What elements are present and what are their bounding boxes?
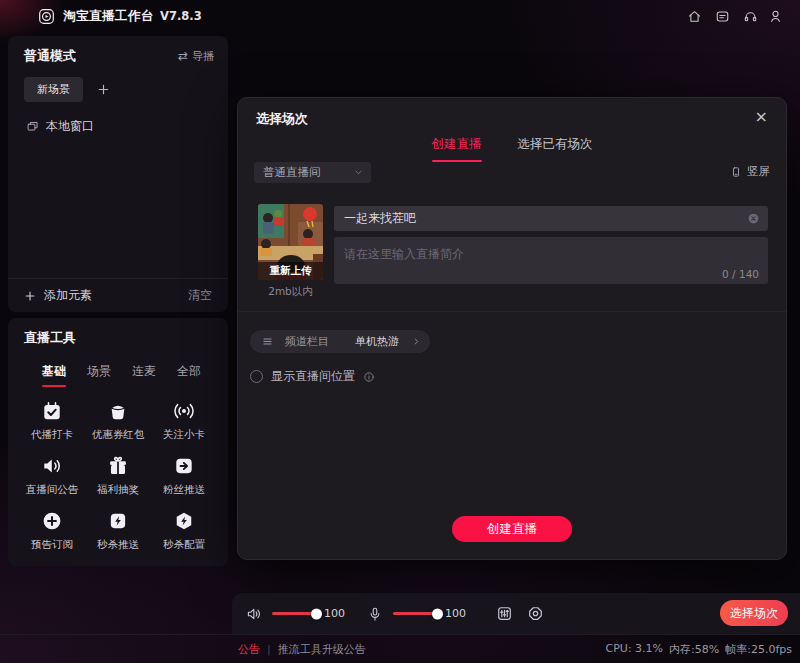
gear-icon[interactable]	[527, 605, 544, 622]
slider-thumb[interactable]	[432, 608, 443, 619]
room-type-select[interactable]: 普通直播间	[254, 162, 371, 183]
plus-icon	[24, 290, 36, 302]
tools-panel: 直播工具 基础 场景 连麦 全部 代播打卡 优惠券	[8, 318, 228, 566]
tool-item[interactable]: 直播间公告	[19, 455, 85, 497]
window-icon	[26, 120, 39, 133]
select-session-button[interactable]: 选择场次	[720, 600, 788, 626]
notice-badge[interactable]: 公告	[238, 642, 260, 657]
mic-volume-value: 100	[445, 607, 466, 620]
chevron-down-icon	[353, 167, 364, 178]
scene-tabs-row: 新场景	[24, 77, 228, 102]
tools-grid: 代播打卡 优惠券红包 关注小卡 直播间公告	[8, 400, 228, 552]
user-icon[interactable]	[771, 9, 786, 24]
titlebar-actions	[687, 9, 786, 24]
category-select[interactable]: 频道栏目 单机热游	[250, 330, 430, 353]
director-label: 导播	[192, 49, 214, 64]
tool-label: 福利抽奖	[97, 483, 139, 497]
tools-tab[interactable]: 全部	[177, 363, 201, 387]
microphone-icon[interactable]	[367, 606, 383, 622]
tools-tab[interactable]: 场景	[87, 363, 111, 387]
add-element-button[interactable]: 添加元素	[24, 287, 92, 304]
source-label: 本地窗口	[46, 118, 94, 135]
clear-input-icon[interactable]	[747, 212, 760, 225]
audio-tools	[496, 605, 544, 622]
scene-tab-new[interactable]: 新场景	[24, 77, 83, 102]
tools-title: 直播工具	[24, 329, 76, 347]
char-counter: 0 / 140	[722, 268, 759, 280]
source-item-local-window[interactable]: 本地窗口	[26, 118, 228, 135]
chevron-right-icon	[411, 336, 422, 347]
location-label: 显示直播间位置	[271, 368, 355, 385]
create-live-button[interactable]: 创建直播	[452, 516, 572, 542]
tool-item[interactable]: 秒杀配置	[151, 510, 217, 552]
tab-existing-session[interactable]: 选择已有场次	[518, 136, 593, 162]
portrait-screen-icon	[730, 166, 742, 178]
category-value: 单机热游	[355, 334, 399, 349]
tool-label: 关注小卡	[163, 428, 205, 442]
clear-button[interactable]: 清空	[188, 287, 212, 304]
location-option-row: 显示直播间位置	[250, 368, 375, 385]
coupon-icon	[107, 400, 129, 422]
tools-tabs: 基础 场景 连麦 全部	[8, 347, 228, 387]
location-checkbox[interactable]	[250, 370, 263, 383]
slider-thumb[interactable]	[311, 608, 322, 619]
app-title: 淘宝直播工作台	[63, 8, 154, 25]
tool-item[interactable]: 关注小卡	[151, 400, 217, 442]
gift-icon	[107, 455, 129, 477]
scene-panel-header: 普通模式 ⇄ 导播	[8, 36, 228, 65]
tab-create-live[interactable]: 创建直播	[432, 136, 482, 162]
speaker-volume-slider[interactable]	[272, 612, 320, 615]
home-icon[interactable]	[687, 9, 702, 24]
scene-panel-footer: 添加元素 清空	[8, 278, 228, 312]
live-title-input[interactable]: 一起来找茬吧	[334, 206, 768, 231]
close-icon[interactable]: ×	[751, 105, 772, 129]
orientation-toggle[interactable]: 竖屏	[730, 164, 770, 179]
tool-item[interactable]: 预告订阅	[19, 510, 85, 552]
tool-label: 优惠券红包	[92, 428, 145, 442]
modal-title: 选择场次	[256, 110, 308, 128]
notice-separator: |	[267, 643, 271, 656]
tool-label: 秒杀配置	[163, 538, 205, 552]
select-session-modal: 选择场次 × 创建直播 选择已有场次 普通直播间 竖屏	[237, 97, 787, 560]
info-icon[interactable]	[363, 371, 375, 383]
tool-item[interactable]: 代播打卡	[19, 400, 85, 442]
mixer-icon[interactable]	[496, 605, 513, 622]
add-scene-icon[interactable]	[97, 83, 110, 96]
tools-tab[interactable]: 基础	[42, 363, 66, 387]
message-icon[interactable]	[715, 9, 730, 24]
category-channel-label: 频道栏目	[285, 334, 329, 349]
room-type-value: 普通直播间	[263, 165, 321, 180]
scene-panel: 普通模式 ⇄ 导播 新场景 本地窗口 添加元素 清空	[8, 36, 228, 312]
control-bar: 100 100 选择场次	[232, 593, 800, 634]
speaker-icon[interactable]	[246, 606, 262, 622]
notice-text[interactable]: 推流工具升级公告	[278, 642, 366, 657]
desc-placeholder: 请在这里输入直播简介	[344, 247, 464, 261]
arrow-send-icon	[173, 455, 195, 477]
plus-circle-icon	[41, 510, 63, 532]
tool-item[interactable]: 粉丝推送	[151, 455, 217, 497]
memory-stat: 内存:58%	[669, 642, 719, 657]
swap-icon: ⇄	[178, 49, 188, 63]
tool-label: 秒杀推送	[97, 538, 139, 552]
mode-title: 普通模式	[24, 47, 76, 65]
reupload-label[interactable]: 重新上传	[258, 262, 323, 280]
modal-tabs: 创建直播 选择已有场次	[238, 136, 786, 162]
fps-stat: 帧率:25.0fps	[725, 642, 792, 657]
speaker-fill-icon	[41, 455, 63, 477]
cpu-stat: CPU: 3.1%	[606, 642, 664, 657]
orientation-label: 竖屏	[747, 164, 770, 179]
calendar-check-icon	[41, 400, 63, 422]
mic-volume-slider[interactable]	[393, 612, 441, 615]
tool-item[interactable]: 福利抽奖	[85, 455, 151, 497]
modal-divider	[238, 311, 786, 312]
app-logo-icon	[38, 8, 55, 25]
tool-item[interactable]: 优惠券红包	[85, 400, 151, 442]
director-mode-toggle[interactable]: ⇄ 导播	[178, 49, 214, 64]
tools-tab[interactable]: 连麦	[132, 363, 156, 387]
headset-icon[interactable]	[743, 9, 758, 24]
tool-item[interactable]: 秒杀推送	[85, 510, 151, 552]
live-desc-textarea[interactable]: 请在这里输入直播简介 0 / 140	[334, 237, 768, 284]
broadcast-icon	[173, 400, 195, 422]
tool-label: 代播打卡	[31, 428, 73, 442]
cover-upload[interactable]: 重新上传	[258, 204, 323, 280]
